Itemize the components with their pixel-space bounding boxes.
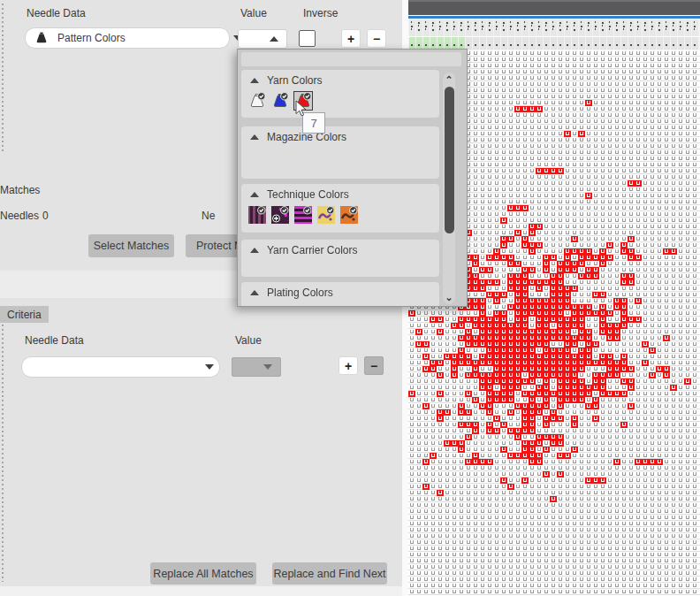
section-yarn-carrier-colors: Yarn Carrier Colors <box>241 240 439 277</box>
section-magazine-colors: Magazine Colors <box>241 126 439 179</box>
mouse-cursor <box>295 100 308 121</box>
replace-value-dropdown[interactable] <box>232 357 281 377</box>
chevron-down-icon <box>263 364 272 370</box>
collapse-arrow-icon[interactable] <box>250 134 259 140</box>
remove-criterion-button[interactable]: − <box>367 29 386 48</box>
replace-needle-data-label: Needle Data <box>25 334 84 347</box>
section-yarn-colors: Yarn Colors <box>241 70 439 118</box>
scroll-down-icon[interactable]: ⌄ <box>444 292 454 302</box>
replace-add-criterion-button[interactable]: + <box>339 356 358 375</box>
needles-count: 0 <box>42 210 49 222</box>
needles-right-label: Ne <box>202 210 215 222</box>
section-technique-colors: Technique Colors <box>241 184 439 233</box>
value-dropdown-open[interactable] <box>238 29 287 49</box>
section-label: Technique Colors <box>267 188 349 201</box>
collapse-arrow-icon[interactable] <box>250 192 259 197</box>
popup-header-strip <box>241 52 461 66</box>
needle-data-selected-value: Pattern Colors <box>57 32 126 44</box>
value-label: Value <box>240 7 267 19</box>
yarn-color-blue[interactable] <box>271 92 289 110</box>
collapse-arrow-icon[interactable] <box>250 78 259 83</box>
value-color-picker-popup: Yarn Colors Magazine Colors Technique Co… <box>237 49 468 307</box>
section-label: Yarn Colors <box>267 74 322 87</box>
replace-and-find-next-button[interactable]: Replace and Find Next <box>272 562 387 585</box>
replace-remove-criterion-button[interactable]: − <box>364 356 384 375</box>
technique-color-2[interactable] <box>271 206 289 224</box>
needle-data-label: Needle Data <box>27 7 86 19</box>
technique-color-5[interactable] <box>340 206 358 224</box>
tab-criteria[interactable]: Criteria <box>0 306 49 323</box>
section-label: Plating Colors <box>267 287 333 299</box>
collapse-arrow-icon[interactable] <box>250 290 259 295</box>
section-plating-colors: Plating Colors <box>241 282 439 307</box>
technique-color-1[interactable] <box>248 206 266 224</box>
chevron-down-icon <box>205 364 214 370</box>
inverse-label: Inverse <box>303 7 338 19</box>
add-criterion-button[interactable]: + <box>341 29 361 48</box>
replace-value-label: Value <box>235 334 262 347</box>
find-replace-window: Needle Data Value Inverse Pattern Colors… <box>0 0 700 596</box>
yarn-color-white[interactable] <box>248 92 266 110</box>
popup-scrollbar[interactable]: ⌃ ⌄ <box>443 73 455 304</box>
needle-data-dropdown[interactable]: Pattern Colors <box>25 27 230 49</box>
replace-needle-data-dropdown[interactable] <box>21 356 220 378</box>
technique-colors-swatch-row <box>248 206 358 224</box>
inverse-checkbox[interactable] <box>299 30 316 47</box>
section-label: Yarn Carrier Colors <box>267 244 357 256</box>
technique-color-4[interactable] <box>317 206 335 224</box>
needles-label: Needles <box>0 210 39 222</box>
select-matches-button[interactable]: Select Matches <box>88 234 174 257</box>
chevron-up-icon <box>270 36 278 42</box>
matches-label: Matches <box>0 184 40 196</box>
yarn-cone-icon <box>34 31 49 48</box>
technique-color-3[interactable] <box>294 206 312 224</box>
bottom-strip <box>0 586 402 596</box>
collapse-arrow-icon[interactable] <box>250 248 259 253</box>
scrollbar-thumb[interactable] <box>445 87 454 233</box>
panel-gripper-top[interactable] <box>2 4 4 152</box>
scroll-up-icon[interactable]: ⌃ <box>444 74 454 85</box>
replace-all-matches-button[interactable]: Replace All Matches <box>150 562 256 585</box>
panel-gripper-bottom[interactable] <box>2 311 4 582</box>
